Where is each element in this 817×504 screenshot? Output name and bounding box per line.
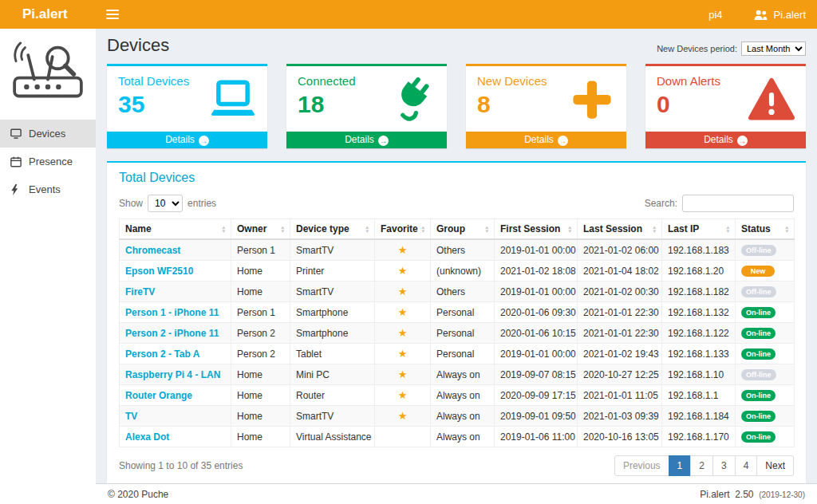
details-label: Details bbox=[165, 134, 195, 145]
cell-owner: Home bbox=[231, 261, 290, 282]
sidebar-item-events[interactable]: Events bbox=[0, 175, 96, 203]
cell-name: FireTV bbox=[120, 282, 231, 302]
cell-first-session: 2020-09-09 17:15 bbox=[495, 385, 578, 406]
cell-name: Chromecast bbox=[120, 239, 231, 261]
column-header-device-type[interactable]: Device type▴▾ bbox=[290, 219, 375, 240]
device-link[interactable]: TV bbox=[125, 411, 137, 422]
cell-status: Off-line bbox=[736, 364, 795, 385]
cell-group: Always on bbox=[431, 364, 495, 385]
stat-card-connected: Connected 18 Details→ bbox=[286, 64, 447, 148]
sidebar-toggle-button[interactable] bbox=[96, 0, 129, 29]
cell-device-type: SmartTV bbox=[290, 282, 375, 302]
table-row: Alexa DotHomeVirtual AssistanceAlways on… bbox=[120, 427, 795, 447]
sidebar-item-devices[interactable]: Devices bbox=[0, 120, 96, 148]
table-row: ChromecastPerson 1SmartTV★Others2019-01-… bbox=[120, 239, 795, 261]
device-link[interactable]: Alexa Dot bbox=[125, 431, 169, 443]
cell-group: Personal bbox=[431, 323, 495, 344]
device-link[interactable]: Epson WF2510 bbox=[125, 266, 193, 277]
device-link[interactable]: Person 2 - Tab A bbox=[125, 348, 199, 360]
cell-owner: Home bbox=[231, 427, 290, 447]
pagination-page-3[interactable]: 3 bbox=[712, 455, 736, 476]
search-input[interactable] bbox=[682, 195, 794, 212]
period-label: New Devices period: bbox=[657, 44, 737, 53]
column-header-last-session[interactable]: Last Session▴▾ bbox=[578, 219, 662, 240]
cell-name: Alexa Dot bbox=[120, 427, 231, 447]
device-link[interactable]: Person 2 - iPhone 11 bbox=[125, 328, 219, 339]
cell-name: Epson WF2510 bbox=[120, 261, 231, 282]
main-content: Devices New Devices period: Last Month T… bbox=[96, 29, 817, 483]
cell-last-session: 2021-01-01 11:05 bbox=[578, 385, 662, 406]
card-details-button[interactable]: Details→ bbox=[645, 132, 806, 148]
cell-last-ip: 192.168.1.1 bbox=[662, 385, 736, 406]
device-link[interactable]: FireTV bbox=[125, 286, 155, 297]
column-label: Device type bbox=[296, 223, 349, 234]
cell-favorite: ★ bbox=[375, 344, 431, 364]
cell-last-session: 2021-01-03 09:39 bbox=[578, 406, 662, 427]
column-label: Name bbox=[125, 223, 152, 234]
column-header-group[interactable]: Group▴▾ bbox=[431, 219, 495, 240]
device-link[interactable]: Person 1 - iPhone 11 bbox=[125, 307, 219, 318]
cell-owner: Person 1 bbox=[231, 302, 290, 323]
device-link[interactable]: Router Orange bbox=[125, 390, 192, 401]
pagination-previous[interactable]: Previous bbox=[614, 455, 669, 476]
column-header-owner[interactable]: Owner▴▾ bbox=[231, 219, 290, 240]
cell-last-ip: 192.168.1.122 bbox=[662, 323, 736, 344]
cell-group: Always on bbox=[431, 406, 495, 427]
column-header-name[interactable]: Name▴▾ bbox=[120, 219, 231, 240]
page-length-select[interactable]: 10 bbox=[148, 195, 183, 212]
card-details-button[interactable]: Details→ bbox=[286, 132, 447, 148]
column-label: Owner bbox=[237, 223, 266, 234]
status-badge: On-line bbox=[741, 307, 776, 318]
column-label: Group bbox=[436, 223, 465, 234]
cell-favorite: ★ bbox=[375, 282, 431, 302]
top-navbar: Pi.alert pi4 Pi.alert bbox=[0, 0, 817, 29]
status-badge: Off-line bbox=[741, 369, 776, 380]
cell-first-session: 2019-09-01 09:50 bbox=[495, 406, 578, 427]
arrow-circle-icon: → bbox=[737, 136, 748, 146]
cell-last-ip: 192.168.1.182 bbox=[662, 282, 736, 302]
brand-logo[interactable]: Pi.alert bbox=[0, 6, 96, 22]
cell-owner: Home bbox=[231, 385, 290, 406]
details-label: Details bbox=[345, 134, 374, 145]
new-devices-period-control: New Devices period: Last Month bbox=[657, 41, 806, 56]
cell-favorite: ★ bbox=[375, 385, 431, 406]
cell-last-session: 2021-01-04 18:02 bbox=[578, 261, 662, 282]
table-info: Showing 1 to 10 of 35 entries bbox=[119, 460, 243, 471]
new-devices-period-select[interactable]: Last Month bbox=[741, 41, 806, 56]
devices-panel: Total Devices Show 10 entries Search: bbox=[107, 161, 806, 483]
cell-name: Person 2 - Tab A bbox=[120, 344, 231, 364]
card-details-button[interactable]: Details→ bbox=[466, 132, 626, 148]
cell-owner: Person 2 bbox=[231, 323, 290, 344]
column-header-status[interactable]: Status▴▾ bbox=[736, 219, 795, 240]
pagination-page-1[interactable]: 1 bbox=[669, 455, 692, 476]
cell-first-session: 2019-09-07 08:15 bbox=[495, 364, 578, 385]
cell-device-type: Smartphone bbox=[290, 302, 375, 323]
column-header-favorite[interactable]: Favorite▴▾ bbox=[375, 219, 431, 240]
status-badge: On-line bbox=[741, 348, 776, 360]
favorite-star-icon: ★ bbox=[398, 306, 408, 318]
device-link[interactable]: Chromecast bbox=[125, 245, 180, 256]
cell-favorite bbox=[375, 427, 431, 447]
device-link[interactable]: Raspberry Pi 4 - LAN bbox=[125, 369, 220, 380]
favorite-star-icon: ★ bbox=[398, 285, 408, 297]
pagination-page-4[interactable]: 4 bbox=[735, 455, 758, 476]
stat-card-total-devices: Total Devices 35 Details→ bbox=[107, 64, 267, 148]
cell-last-ip: 192.168.1.133 bbox=[662, 344, 736, 364]
user-icon bbox=[753, 9, 768, 21]
table-row: Router OrangeHomeRouter★Always on2020-09… bbox=[120, 385, 795, 406]
pagination-page-2[interactable]: 2 bbox=[690, 455, 713, 476]
column-header-first-session[interactable]: First Session▴▾ bbox=[495, 219, 578, 240]
show-label: Show bbox=[119, 198, 143, 209]
sidebar-item-presence[interactable]: Presence bbox=[0, 148, 96, 175]
column-header-last-ip[interactable]: Last IP▴▾ bbox=[662, 219, 736, 240]
pagination-next[interactable]: Next bbox=[756, 455, 794, 476]
status-badge: New bbox=[741, 266, 775, 277]
cell-device-type: SmartTV bbox=[290, 406, 375, 427]
cell-device-type: Smartphone bbox=[290, 323, 375, 344]
table-row: Person 2 - Tab APerson 2Tablet★Personal2… bbox=[120, 344, 795, 364]
card-details-button[interactable]: Details→ bbox=[107, 132, 267, 148]
user-menu[interactable]: Pi.alert bbox=[742, 0, 817, 29]
panel-title: Total Devices bbox=[119, 171, 794, 185]
cell-status: On-line bbox=[736, 323, 795, 344]
cell-last-ip: 192.168.1.183 bbox=[662, 239, 736, 261]
